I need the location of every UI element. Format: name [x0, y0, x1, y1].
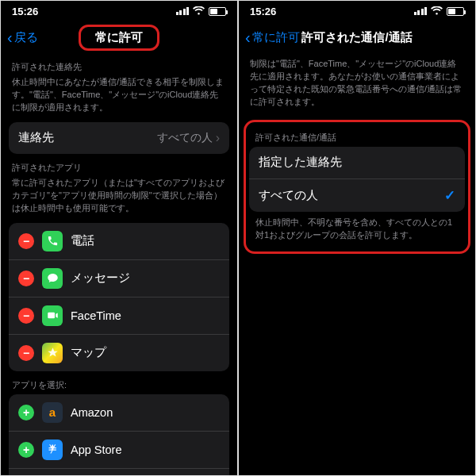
- wifi-icon: [431, 6, 443, 17]
- cell-label: 連絡先: [18, 130, 157, 145]
- choose-apps-header: アプリを選択:: [1, 371, 237, 394]
- section-header-apps: 許可されたアプリ: [1, 154, 237, 177]
- cell-value: すべての人: [157, 131, 213, 145]
- highlighted-group: 許可された通信/通話 指定した連絡先 すべての人 ✓ 休止時間中、不明な番号を含…: [244, 120, 470, 254]
- app-label: メッセージ: [71, 271, 220, 286]
- phone-left: 15:26 ‹ 戻る 常に許可 許可された連絡先 休止時間中にあなたが通信/通話…: [0, 0, 238, 476]
- facetime-app-icon: [42, 305, 63, 326]
- messages-app-icon: [42, 268, 63, 289]
- cell-label: すべての人: [259, 188, 444, 203]
- app-label: マップ: [71, 345, 220, 360]
- status-time: 15:26: [250, 6, 276, 17]
- battery-icon: [209, 7, 226, 16]
- add-icon[interactable]: +: [18, 405, 34, 420]
- content-area[interactable]: 制限は"電話"、FaceTime、"メッセージ"のiCloud連絡先に適用されま…: [239, 53, 475, 475]
- back-label: 戻る: [14, 30, 38, 45]
- choose-apps-group: + a Amazon + App Store + Apple Store +: [9, 394, 229, 475]
- content-area[interactable]: 許可された連絡先 休止時間中にあなたが通信/通話できる相手を制限します。"電話"…: [1, 53, 237, 475]
- appstore-app-icon: [42, 440, 63, 460]
- app-label: App Store: [71, 443, 220, 456]
- option-everyone[interactable]: すべての人 ✓: [249, 178, 465, 212]
- chevron-left-icon: ‹: [245, 29, 251, 45]
- status-bar: 15:26: [239, 1, 475, 21]
- remove-icon[interactable]: −: [18, 233, 34, 249]
- back-button[interactable]: ‹ 戻る: [7, 29, 38, 45]
- section-note: 制限は"電話"、FaceTime、"メッセージ"のiCloud連絡先に適用されま…: [239, 53, 475, 117]
- app-row-amazon[interactable]: + a Amazon: [9, 394, 229, 431]
- app-row-appstore[interactable]: + App Store: [9, 431, 229, 468]
- cellular-icon: [414, 7, 428, 15]
- app-label: FaceTime: [71, 309, 220, 322]
- status-bar: 15:26: [1, 1, 237, 21]
- section-header-allowed: 許可された通信/通話: [248, 124, 466, 147]
- nav-bar: ‹ 戻る 常に許可: [1, 21, 237, 53]
- nav-bar: ‹ 常に許可 許可された通信/通話: [239, 21, 475, 53]
- checkmark-icon: ✓: [444, 187, 455, 204]
- back-label: 常に許可: [252, 30, 300, 45]
- app-row-phone[interactable]: − 電話: [9, 223, 229, 259]
- section-header-contacts: 許可された連絡先: [1, 53, 237, 76]
- cellular-icon: [176, 7, 190, 15]
- option-specific-contacts[interactable]: 指定した連絡先: [249, 147, 465, 178]
- maps-app-icon: [42, 343, 63, 363]
- wifi-icon: [193, 6, 205, 17]
- add-icon[interactable]: +: [18, 442, 34, 458]
- app-label: Amazon: [71, 406, 220, 419]
- back-button[interactable]: ‹ 常に許可: [245, 29, 300, 45]
- allowed-options-group: 指定した連絡先 すべての人 ✓: [249, 147, 465, 212]
- remove-icon[interactable]: −: [18, 345, 34, 361]
- app-row-facetime[interactable]: − FaceTime: [9, 297, 229, 334]
- status-indicators: [414, 6, 465, 17]
- remove-icon[interactable]: −: [18, 271, 34, 286]
- app-label: 電話: [71, 233, 220, 248]
- status-indicators: [176, 6, 227, 17]
- battery-icon: [447, 7, 464, 16]
- chevron-right-icon: ›: [216, 131, 220, 145]
- status-time: 15:26: [12, 6, 38, 17]
- section-note: 休止時間中にあなたが通信/通話できる相手を制限します。"電話"、FaceTime…: [1, 76, 237, 122]
- section-note: 休止時間中、不明な番号を含め、すべての人との1対1およびグループの会話を許可しま…: [248, 212, 466, 250]
- contacts-row[interactable]: 連絡先 すべての人 ›: [9, 122, 229, 154]
- contacts-group: 連絡先 すべての人 ›: [9, 122, 229, 154]
- app-row-applestore[interactable]: + Apple Store: [9, 468, 229, 475]
- cell-label: 指定した連絡先: [259, 155, 455, 170]
- remove-icon[interactable]: −: [18, 308, 34, 324]
- app-row-maps[interactable]: − マップ: [9, 334, 229, 371]
- app-row-messages[interactable]: − メッセージ: [9, 259, 229, 297]
- section-note: 常に許可されたアプリ（または"すべてのアプリおよびカテゴリ"を"アプリ使用時間の…: [1, 177, 237, 223]
- amazon-app-icon: a: [42, 402, 63, 423]
- chevron-left-icon: ‹: [7, 29, 13, 45]
- always-allowed-group: − 電話 − メッセージ − FaceTime: [9, 223, 229, 371]
- phone-app-icon: [42, 231, 63, 251]
- phone-right: 15:26 ‹ 常に許可 許可された通信/通話 制限は"電話"、FaceTime…: [238, 0, 476, 476]
